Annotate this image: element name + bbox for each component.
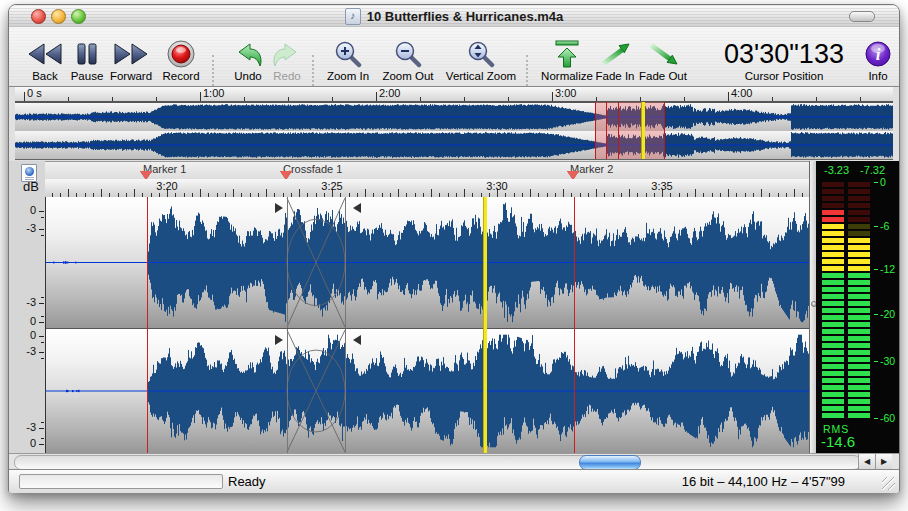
playback-cursor — [483, 197, 487, 453]
overview-ruler[interactable]: 0 s1:002:003:004:00 — [15, 87, 893, 102]
undo-button[interactable]: Undo — [226, 39, 270, 85]
back-button[interactable]: Back — [23, 39, 67, 85]
meter-scale-tick — [874, 361, 878, 362]
rms-value: -14.6 — [821, 433, 855, 450]
meter-scale-tick — [874, 226, 878, 227]
ruler-tick — [134, 189, 135, 197]
db-scale-tick — [39, 336, 44, 337]
ruler-tick — [552, 92, 553, 101]
overview-pane: 0 s1:002:003:004:00 — [15, 87, 893, 158]
fade-in-icon — [591, 39, 639, 69]
scroll-left-arrow[interactable]: ◀ — [858, 454, 875, 469]
db-scale-label: 0 — [30, 315, 36, 327]
meter-segment — [848, 406, 870, 411]
meter-scale-tick — [874, 418, 878, 419]
toolbar-toggle-button[interactable] — [849, 11, 875, 22]
level-meter-panel: -3.23 -7.32 0-6-12-20-30-60 RMS -14.6 — [816, 161, 899, 453]
marker-line — [574, 197, 575, 453]
waveform-channel-left[interactable] — [46, 197, 810, 329]
forward-button[interactable]: Forward — [107, 39, 155, 85]
fade-out-button[interactable]: Fade Out — [637, 39, 689, 85]
overview-marker-line — [606, 102, 607, 159]
ruler-tick — [244, 97, 245, 101]
record-icon — [157, 39, 205, 69]
zoom-out-icon — [379, 39, 437, 69]
ruler-tick — [728, 92, 729, 101]
db-scale-label: -3 — [26, 222, 36, 234]
ruler-tick — [68, 97, 69, 101]
ruler-label: 3:30 — [486, 180, 507, 192]
ruler-tick — [508, 97, 509, 101]
window-titlebar[interactable]: ♪ 10 Butterflies & Hurricanes.m4a — [9, 5, 899, 28]
db-scale-label: 0 — [30, 437, 36, 449]
meter-scale-label: 0 — [880, 176, 886, 188]
info-icon: i — [853, 39, 903, 69]
ruler-tick — [24, 92, 25, 101]
svg-text:i: i — [876, 45, 881, 64]
ruler-label: 3:25 — [321, 180, 342, 192]
ruler-tick — [288, 97, 289, 101]
overview-waveform-right[interactable] — [15, 131, 893, 160]
meter-scale-label: -12 — [880, 263, 895, 275]
ruler-tick — [365, 189, 366, 197]
pause-button[interactable]: Pause — [67, 39, 107, 85]
meter-scale-tick — [874, 314, 878, 315]
meter-segment — [848, 329, 870, 334]
pause-icon — [67, 39, 107, 69]
meter-segment — [848, 280, 870, 285]
meter-segment — [848, 371, 870, 376]
forward-icon — [107, 39, 155, 69]
ruler-tick — [101, 189, 102, 197]
meter-segment — [848, 182, 870, 187]
scroll-right-arrow[interactable]: ▶ — [875, 454, 892, 469]
ruler-label: 4:00 — [731, 87, 752, 99]
ruler-tick — [112, 97, 113, 101]
ruler-tick — [695, 189, 696, 197]
vertical-zoom-button[interactable]: Vertical Zoom — [441, 39, 521, 85]
ruler-tick — [332, 97, 333, 101]
crossfade-handle-right[interactable] — [353, 203, 361, 213]
redo-button[interactable]: Redo — [268, 39, 306, 85]
ruler-tick — [266, 189, 267, 197]
toolbar-separator — [312, 55, 314, 86]
db-scale-tick — [39, 211, 44, 212]
ruler-tick — [772, 97, 773, 101]
db-scale-tick — [41, 235, 44, 236]
level-meter-right — [816, 161, 899, 453]
crossfade-handle-right[interactable] — [353, 335, 361, 345]
fade-in-button[interactable]: Fade In — [591, 39, 639, 85]
vertical-zoom-icon — [441, 39, 521, 69]
ruler-tick — [464, 97, 465, 101]
zoom-out-button[interactable]: Zoom Out — [379, 39, 437, 85]
overview-selection[interactable] — [595, 102, 665, 159]
ruler-tick — [816, 97, 817, 101]
time-ruler[interactable]: 3:203:253:303:35 — [45, 179, 809, 198]
ruler-tick — [794, 189, 795, 197]
ruler-tick — [68, 189, 69, 197]
horizontal-scrollbar[interactable]: ◀ ▶ — [9, 453, 899, 470]
waveform-channel-right[interactable] — [46, 329, 810, 454]
scrollbar-track[interactable] — [14, 455, 861, 470]
toolbar: Back Pause Forward Record Undo — [9, 27, 899, 87]
zoom-in-button[interactable]: Zoom In — [321, 39, 375, 85]
resize-grip[interactable] — [882, 477, 895, 490]
record-button[interactable]: Record — [157, 39, 205, 85]
crossfade-handle-left[interactable] — [275, 203, 283, 213]
zoom-in-icon — [321, 39, 375, 69]
crossfade-handle-left[interactable] — [275, 335, 283, 345]
ruler-tick — [156, 97, 157, 101]
waveform-editor: Marker 1Crossfade 1Marker 2 dB 3:203:253… — [9, 161, 899, 453]
scrollbar-thumb[interactable] — [579, 455, 641, 470]
overview-waveform-left[interactable] — [15, 102, 893, 132]
meter-segment — [848, 301, 870, 306]
meter-segment — [848, 392, 870, 397]
ruler-label: 3:35 — [651, 180, 672, 192]
meter-scale-label: -6 — [880, 220, 889, 232]
ruler-tick — [464, 189, 465, 197]
markers-strip[interactable]: Marker 1Crossfade 1Marker 2 — [45, 161, 809, 180]
db-scale-label: -3 — [26, 421, 36, 433]
meter-segment — [848, 343, 870, 348]
info-button[interactable]: i Info — [853, 39, 903, 85]
waveform-channels[interactable] — [45, 197, 810, 453]
ruler-label: 3:20 — [156, 180, 177, 192]
